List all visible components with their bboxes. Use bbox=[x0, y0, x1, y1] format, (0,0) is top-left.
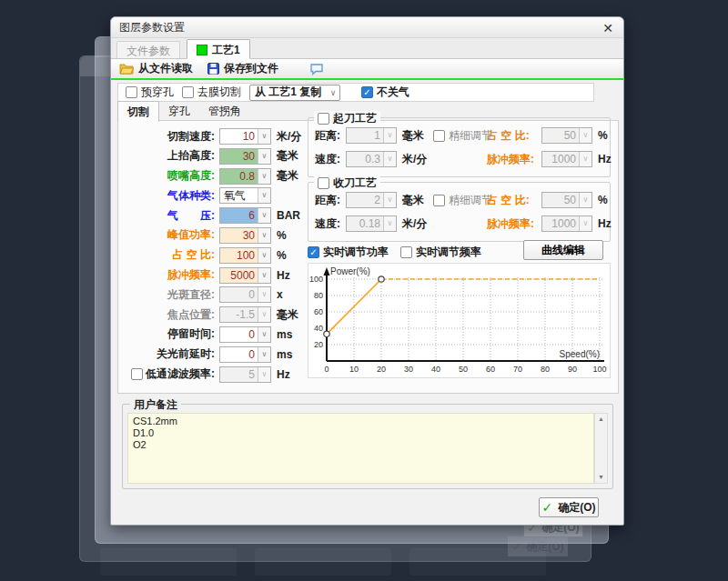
realtime-power-option[interactable]: ✓ 实时调节功率 bbox=[308, 245, 389, 260]
cut-speed-input[interactable]: 10∨ bbox=[219, 128, 271, 145]
svg-text:60: 60 bbox=[314, 307, 323, 316]
pulse-frequency-input[interactable]: 5000∨ bbox=[219, 267, 271, 284]
cut-parameters: 切割速度: 10∨ 米/分 上抬高度: 30∨ 毫米 喷嘴高度: 0.8∨ 毫米… bbox=[122, 127, 301, 384]
chevron-down-icon: ∨ bbox=[579, 193, 592, 207]
film-cut-option[interactable]: 去膜切割 bbox=[182, 85, 241, 100]
process-tabstrip: 切割 穿孔 管拐角 bbox=[117, 101, 250, 121]
user-notes-textarea[interactable]: CS1.2mm D1.0 O2 bbox=[127, 413, 594, 484]
save-to-file-button[interactable]: 保存到文件 bbox=[207, 61, 278, 76]
lead-in-duty-input: 50∨ bbox=[541, 127, 592, 144]
chevron-down-icon[interactable]: ∨ bbox=[258, 129, 270, 144]
param-row: 占 空 比: 100∨ % bbox=[122, 246, 301, 265]
check-icon: ✓ bbox=[363, 88, 370, 97]
close-icon[interactable]: ✕ bbox=[602, 19, 613, 37]
lead-in-speed-input: 0.3∨ bbox=[346, 151, 397, 167]
comment-bubble-icon bbox=[309, 63, 324, 75]
tab-process-1[interactable]: 工艺1 bbox=[187, 39, 250, 59]
fine-tune-checkbox[interactable] bbox=[433, 130, 445, 142]
chevron-down-icon: ∨ bbox=[258, 307, 270, 322]
svg-text:Power(%): Power(%) bbox=[330, 266, 370, 276]
param-row: 焦点位置: -1.5∨ 毫米 bbox=[122, 306, 301, 324]
gas-type-label: 气体种类: bbox=[122, 188, 215, 204]
notes-scrollbar[interactable]: ▲ ▼ bbox=[594, 413, 608, 484]
param-row: 光斑直径: 0∨ x bbox=[122, 285, 301, 304]
chevron-down-icon[interactable]: ∨ bbox=[258, 149, 270, 164]
check-icon: ✓ bbox=[309, 248, 317, 257]
note-line: CS1.2mm bbox=[133, 416, 589, 427]
gas-on-checkbox[interactable]: ✓ bbox=[361, 86, 373, 98]
pulse-frequency-label: 脉冲频率: bbox=[122, 267, 215, 283]
dwell-time-input[interactable]: 0∨ bbox=[219, 326, 271, 343]
gas-on-option[interactable]: ✓ 不关气 bbox=[361, 85, 410, 100]
chevron-down-icon[interactable]: ∨ bbox=[258, 208, 270, 223]
ok-button[interactable]: ✓ 确定(O) bbox=[539, 497, 599, 517]
duty-cycle-input[interactable]: 100∨ bbox=[219, 247, 271, 264]
lowpass-filter-checkbox[interactable] bbox=[131, 368, 143, 380]
lead-out-checkbox[interactable] bbox=[318, 177, 329, 189]
laser-off-delay-label: 关光前延时: bbox=[122, 346, 215, 362]
read-from-file-button[interactable]: 从文件读取 bbox=[119, 61, 193, 76]
curve-edit-button[interactable]: 曲线编辑 bbox=[523, 240, 603, 260]
dialog-title: 图层参数设置 bbox=[119, 21, 185, 34]
chevron-down-icon: ∨ bbox=[258, 287, 270, 302]
gas-pressure-input[interactable]: 6∨ bbox=[219, 207, 271, 224]
lead-out-distance-input: 2∨ bbox=[346, 192, 397, 208]
chevron-down-icon[interactable]: ∨ bbox=[258, 228, 270, 243]
peak-power-input[interactable]: 30∨ bbox=[219, 227, 271, 244]
chevron-down-icon: ∨ bbox=[383, 193, 396, 207]
lead-in-title: 起刀工艺 bbox=[314, 111, 380, 126]
realtime-freq-checkbox[interactable] bbox=[400, 246, 412, 258]
lead-out-fine-tune[interactable]: 精细调节 bbox=[433, 191, 492, 209]
chevron-down-icon[interactable]: ∨ bbox=[258, 268, 270, 283]
pre-pierce-option[interactable]: 预穿孔 bbox=[126, 85, 174, 100]
svg-text:20: 20 bbox=[377, 365, 386, 374]
svg-text:30: 30 bbox=[404, 365, 413, 374]
copy-from-select[interactable]: 从 工艺1 复制 ∨ bbox=[249, 85, 340, 101]
chevron-down-icon[interactable]: ∨ bbox=[258, 248, 270, 263]
param-row: 峰值功率: 30∨ % bbox=[122, 226, 301, 245]
chevron-down-icon[interactable]: ∨ bbox=[258, 347, 270, 362]
tab-cut[interactable]: 切割 bbox=[117, 101, 159, 122]
chevron-down-icon[interactable]: ∨ bbox=[258, 327, 270, 342]
svg-text:80: 80 bbox=[314, 291, 323, 300]
lead-in-checkbox[interactable] bbox=[318, 113, 329, 125]
pre-pierce-checkbox[interactable] bbox=[126, 86, 137, 98]
focus-position-input: -1.5∨ bbox=[219, 306, 271, 323]
chevron-down-icon[interactable]: ∨ bbox=[258, 169, 270, 184]
lead-in-freq-input: 1000∨ bbox=[541, 151, 592, 167]
comment-button[interactable] bbox=[309, 63, 324, 75]
chevron-down-icon: ∨ bbox=[383, 152, 396, 166]
background-panel bbox=[410, 548, 546, 576]
chevron-down-icon[interactable]: ∨ bbox=[258, 188, 270, 203]
lead-out-duty-input: 50∨ bbox=[541, 192, 592, 208]
gas-type-select[interactable]: 氧气∨ bbox=[219, 187, 271, 204]
lead-out-distance-row: 距离: 2∨ 毫米 bbox=[315, 191, 424, 209]
scroll-down-icon[interactable]: ▼ bbox=[598, 472, 604, 483]
check-icon: ✓ bbox=[541, 500, 552, 515]
tab-pierce[interactable]: 穿孔 bbox=[159, 101, 199, 121]
power-curve-chart[interactable]: 010203040506070809010020406080100Power(%… bbox=[308, 263, 611, 378]
svg-text:20: 20 bbox=[314, 340, 323, 349]
film-cut-checkbox[interactable] bbox=[182, 86, 194, 98]
lead-in-duty-row: 占 空 比: 50∨ % bbox=[487, 126, 608, 145]
lead-in-fine-tune[interactable]: 精细调节 bbox=[433, 126, 492, 145]
top-tabstrip: 文件参数 工艺1 bbox=[111, 38, 623, 59]
realtime-power-checkbox[interactable]: ✓ bbox=[308, 246, 319, 258]
nozzle-height-label: 喷嘴高度: bbox=[122, 168, 215, 184]
scroll-up-icon[interactable]: ▲ bbox=[598, 414, 604, 425]
chevron-down-icon: ∨ bbox=[383, 128, 396, 143]
chevron-down-icon: ∨ bbox=[383, 216, 396, 231]
laser-off-delay-input[interactable]: 0∨ bbox=[219, 346, 271, 363]
fine-tune-checkbox[interactable] bbox=[433, 195, 445, 206]
realtime-freq-option[interactable]: 实时调节频率 bbox=[400, 245, 481, 260]
tab-file-params[interactable]: 文件参数 bbox=[116, 41, 180, 58]
lift-height-input[interactable]: 30∨ bbox=[219, 148, 271, 165]
focus-position-label: 焦点位置: bbox=[122, 307, 215, 323]
chevron-down-icon: ∨ bbox=[579, 128, 592, 143]
background-panel bbox=[255, 548, 391, 576]
lead-out-speed-row: 速度: 0.18∨ 米/分 bbox=[315, 215, 427, 233]
tab-pipe-corner[interactable]: 管拐角 bbox=[199, 101, 250, 121]
nozzle-height-input[interactable]: 0.8∨ bbox=[219, 168, 271, 185]
duty-cycle-label: 占 空 比: bbox=[122, 247, 215, 263]
dialog-titlebar[interactable]: 图层参数设置 ✕ bbox=[111, 17, 623, 38]
